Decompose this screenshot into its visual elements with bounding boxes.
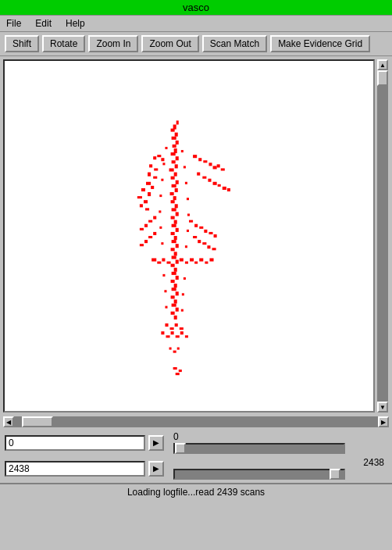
svg-rect-56 xyxy=(176,228,179,232)
scroll-thumb-horizontal[interactable] xyxy=(22,416,53,427)
controls-area: ▶ 0 ▶ 2438 xyxy=(0,428,392,483)
svg-rect-102 xyxy=(180,259,184,262)
svg-rect-74 xyxy=(174,299,177,303)
svg-rect-8 xyxy=(171,152,176,155)
svg-rect-1 xyxy=(176,120,179,124)
svg-rect-107 xyxy=(205,262,208,264)
slider-thumb-1[interactable] xyxy=(175,443,186,454)
svg-rect-86 xyxy=(198,240,201,243)
svg-rect-132 xyxy=(187,198,189,200)
svg-rect-62 xyxy=(174,252,177,255)
scroll-right-arrow[interactable]: ▶ xyxy=(378,416,389,427)
scroll-thumb-vertical[interactable] xyxy=(377,70,388,86)
canvas-svg xyxy=(5,61,373,411)
svg-rect-48 xyxy=(173,196,176,200)
svg-rect-76 xyxy=(176,308,179,312)
svg-rect-19 xyxy=(146,182,151,185)
svg-rect-91 xyxy=(148,220,152,223)
menu-file[interactable]: File xyxy=(3,17,24,30)
value-input-2[interactable] xyxy=(5,461,145,477)
svg-rect-64 xyxy=(176,260,179,264)
scan-match-button[interactable]: Scan Match xyxy=(202,35,267,52)
slider2-label: 2438 xyxy=(173,457,387,468)
svg-rect-106 xyxy=(199,259,203,262)
horizontal-scrollbar: ◀ ▶ xyxy=(3,416,389,428)
svg-rect-118 xyxy=(185,335,188,338)
svg-rect-43 xyxy=(171,177,175,180)
menu-help[interactable]: Help xyxy=(62,17,88,30)
input2-arrow-button[interactable]: ▶ xyxy=(148,461,164,477)
scroll-track-vertical[interactable] xyxy=(377,70,388,402)
svg-rect-6 xyxy=(173,145,176,148)
svg-rect-127 xyxy=(162,162,165,165)
svg-rect-49 xyxy=(171,200,175,203)
svg-rect-53 xyxy=(171,216,175,220)
scroll-left-arrow[interactable]: ◀ xyxy=(3,416,14,427)
svg-rect-94 xyxy=(153,232,156,235)
control-row-1: ▶ 0 xyxy=(5,431,387,454)
svg-rect-34 xyxy=(197,173,200,176)
svg-rect-90 xyxy=(153,216,156,220)
svg-rect-143 xyxy=(165,306,167,309)
svg-rect-104 xyxy=(190,259,194,262)
menu-bar: File Edit Help xyxy=(0,16,392,32)
svg-rect-36 xyxy=(208,179,211,182)
svg-rect-121 xyxy=(177,348,180,350)
svg-rect-5 xyxy=(176,141,179,145)
svg-rect-10 xyxy=(172,160,176,163)
svg-rect-82 xyxy=(204,230,207,233)
zoom-in-button[interactable]: Zoom In xyxy=(88,35,138,52)
toolbar: Shift Rotate Zoom In Zoom Out Scan Match… xyxy=(0,32,392,56)
svg-rect-108 xyxy=(209,259,213,262)
svg-rect-55 xyxy=(172,224,176,227)
rotate-button[interactable]: Rotate xyxy=(42,35,85,52)
svg-rect-88 xyxy=(207,245,210,248)
svg-rect-3 xyxy=(175,133,178,137)
svg-rect-85 xyxy=(193,236,197,238)
svg-rect-120 xyxy=(173,351,176,353)
svg-rect-38 xyxy=(218,184,221,187)
svg-rect-54 xyxy=(174,220,177,224)
svg-rect-66 xyxy=(174,268,177,272)
slider-section-1: 0 xyxy=(173,431,387,454)
svg-rect-123 xyxy=(179,370,182,372)
slider-track-1[interactable] xyxy=(173,443,345,454)
svg-rect-42 xyxy=(174,173,177,177)
svg-rect-29 xyxy=(203,160,207,162)
svg-rect-70 xyxy=(174,284,177,288)
svg-rect-52 xyxy=(176,212,179,216)
value-input-1[interactable] xyxy=(5,435,145,451)
svg-rect-63 xyxy=(172,255,176,259)
svg-rect-41 xyxy=(169,168,174,171)
slider-thumb-2[interactable] xyxy=(330,469,340,480)
make-evidence-grid-button[interactable]: Make Evidence Grid xyxy=(270,35,370,52)
svg-rect-12 xyxy=(153,156,156,159)
svg-rect-72 xyxy=(176,291,179,295)
svg-rect-124 xyxy=(176,373,180,375)
svg-rect-142 xyxy=(182,293,184,295)
svg-rect-51 xyxy=(172,208,176,211)
scroll-up-arrow[interactable]: ▲ xyxy=(377,59,388,70)
zoom-out-button[interactable]: Zoom Out xyxy=(141,35,198,52)
slider-section-2: 2438 xyxy=(173,457,387,480)
svg-rect-136 xyxy=(187,230,189,232)
svg-rect-27 xyxy=(193,155,197,158)
scroll-track-horizontal[interactable] xyxy=(14,416,378,427)
svg-rect-80 xyxy=(194,224,198,227)
svg-rect-77 xyxy=(171,312,175,315)
svg-rect-99 xyxy=(157,262,161,264)
shift-button[interactable]: Shift xyxy=(5,35,39,52)
svg-rect-81 xyxy=(199,227,203,229)
svg-rect-22 xyxy=(148,192,151,196)
svg-rect-117 xyxy=(180,331,184,334)
svg-rect-105 xyxy=(194,262,198,264)
svg-rect-134 xyxy=(187,213,190,216)
menu-edit[interactable]: Edit xyxy=(32,17,55,30)
svg-rect-32 xyxy=(217,164,220,167)
scroll-down-arrow[interactable]: ▼ xyxy=(377,402,388,412)
slider-track-2[interactable] xyxy=(173,469,345,480)
svg-rect-122 xyxy=(173,367,177,370)
svg-rect-116 xyxy=(176,335,180,338)
input1-arrow-button[interactable]: ▶ xyxy=(148,435,164,451)
title-label: vasco xyxy=(183,2,209,13)
